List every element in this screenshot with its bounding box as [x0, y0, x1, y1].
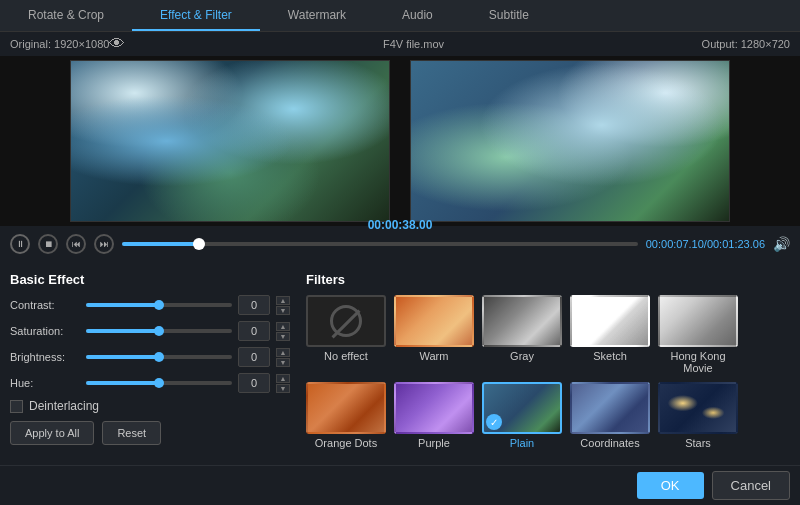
filter-label-hkm: Hong Kong Movie [658, 350, 738, 374]
filter-thumb-gray [482, 295, 562, 347]
hue-down[interactable]: ▼ [276, 384, 290, 393]
deinterlacing-label: Deinterlacing [29, 399, 99, 413]
hue-row: Hue: ▲ ▼ [10, 373, 290, 393]
filter-label-purple: Purple [418, 437, 450, 449]
original-resolution: Original: 1920×1080 [10, 38, 109, 50]
reset-button[interactable]: Reset [102, 421, 161, 445]
progress-bar[interactable] [122, 242, 638, 246]
preview-output [410, 60, 730, 222]
filter-plain[interactable]: ✓ Plain [482, 382, 562, 449]
filter-thumb-no-effect [306, 295, 386, 347]
progress-handle[interactable] [193, 238, 205, 250]
filter-thumb-purple [394, 382, 474, 434]
filter-thumb-warm [394, 295, 474, 347]
filter-gray[interactable]: Gray [482, 295, 562, 374]
filter-label-coordinates: Coordinates [580, 437, 639, 449]
filter-thumb-orange-dots [306, 382, 386, 434]
deinterlacing-checkbox[interactable] [10, 400, 23, 413]
brightness-fill [86, 355, 159, 359]
saturation-slider[interactable] [86, 329, 232, 333]
tab-audio[interactable]: Audio [374, 0, 461, 31]
contrast-value[interactable] [238, 295, 270, 315]
hue-handle[interactable] [154, 378, 164, 388]
brightness-spinners: ▲ ▼ [276, 348, 290, 367]
filters-grid: No effect Warm Gray Sketch [306, 295, 790, 449]
filter-label-orange-dots: Orange Dots [315, 437, 377, 449]
contrast-label: Contrast: [10, 299, 80, 311]
video-top-bar: Original: 1920×1080 👁 F4V file.mov Outpu… [0, 32, 800, 56]
brightness-label: Brightness: [10, 351, 80, 363]
filter-thumb-coordinates [570, 382, 650, 434]
saturation-spinners: ▲ ▼ [276, 322, 290, 341]
brightness-down[interactable]: ▼ [276, 358, 290, 367]
volume-icon[interactable]: 🔊 [773, 236, 790, 252]
filter-hong-kong-movie[interactable]: Hong Kong Movie [658, 295, 738, 374]
contrast-fill [86, 303, 159, 307]
hue-spinners: ▲ ▼ [276, 374, 290, 393]
filters-title: Filters [306, 272, 790, 287]
saturation-value[interactable] [238, 321, 270, 341]
tab-rotate-crop[interactable]: Rotate & Crop [0, 0, 132, 31]
filter-label-no-effect: No effect [324, 350, 368, 362]
main-area: Original: 1920×1080 👁 F4V file.mov Outpu… [0, 32, 800, 505]
filter-sketch[interactable]: Sketch [570, 295, 650, 374]
filter-thumb-hkm [658, 295, 738, 347]
filter-no-effect[interactable]: No effect [306, 295, 386, 374]
filters-panel: Filters No effect Warm Gray [306, 272, 790, 455]
video-previews [0, 56, 800, 226]
bottom-action-bar: OK Cancel [0, 465, 800, 505]
saturation-fill [86, 329, 159, 333]
brightness-up[interactable]: ▲ [276, 348, 290, 357]
tab-effect-filter[interactable]: Effect & Filter [132, 0, 260, 31]
effects-title: Basic Effect [10, 272, 290, 287]
pause-button[interactable]: ⏸ [10, 234, 30, 254]
tab-subtitle[interactable]: Subtitle [461, 0, 557, 31]
stop-button[interactable]: ⏹ [38, 234, 58, 254]
file-name: F4V file.mov [125, 38, 701, 50]
filter-stars[interactable]: Stars [658, 382, 738, 449]
progress-fill [122, 242, 199, 246]
filter-warm[interactable]: Warm [394, 295, 474, 374]
preview-original [70, 60, 390, 222]
filter-purple[interactable]: Purple [394, 382, 474, 449]
brightness-handle[interactable] [154, 352, 164, 362]
bottom-panel: Basic Effect Contrast: ▲ ▼ Saturation: [0, 262, 800, 465]
saturation-down[interactable]: ▼ [276, 332, 290, 341]
contrast-spinners: ▲ ▼ [276, 296, 290, 315]
filter-coordinates[interactable]: Coordinates [570, 382, 650, 449]
contrast-row: Contrast: ▲ ▼ [10, 295, 290, 315]
brightness-row: Brightness: ▲ ▼ [10, 347, 290, 367]
filter-label-gray: Gray [510, 350, 534, 362]
contrast-down[interactable]: ▼ [276, 306, 290, 315]
brightness-value[interactable] [238, 347, 270, 367]
brightness-slider[interactable] [86, 355, 232, 359]
preview-eye-icon[interactable]: 👁 [109, 35, 125, 53]
filter-orange-dots[interactable]: Orange Dots [306, 382, 386, 449]
filter-label-sketch: Sketch [593, 350, 627, 362]
filter-label-stars: Stars [685, 437, 711, 449]
saturation-up[interactable]: ▲ [276, 322, 290, 331]
prev-frame-button[interactable]: ⏮ [66, 234, 86, 254]
hue-slider[interactable] [86, 381, 232, 385]
hue-up[interactable]: ▲ [276, 374, 290, 383]
contrast-slider[interactable] [86, 303, 232, 307]
action-buttons: Apply to All Reset [10, 421, 290, 445]
filter-thumb-sketch [570, 295, 650, 347]
ok-button[interactable]: OK [637, 472, 704, 499]
filter-thumb-plain: ✓ [482, 382, 562, 434]
hue-label: Hue: [10, 377, 80, 389]
saturation-row: Saturation: ▲ ▼ [10, 321, 290, 341]
cancel-button[interactable]: Cancel [712, 471, 790, 500]
time-display: 00:00:07.10/00:01:23.06 [646, 238, 765, 250]
next-frame-button[interactable]: ⏭ [94, 234, 114, 254]
saturation-label: Saturation: [10, 325, 80, 337]
hue-value[interactable] [238, 373, 270, 393]
no-effect-circle [330, 305, 362, 337]
current-time-badge: 00:00:38.00 [368, 218, 433, 232]
saturation-handle[interactable] [154, 326, 164, 336]
output-resolution: Output: 1280×720 [702, 38, 790, 50]
contrast-up[interactable]: ▲ [276, 296, 290, 305]
apply-to-all-button[interactable]: Apply to All [10, 421, 94, 445]
tab-watermark[interactable]: Watermark [260, 0, 374, 31]
contrast-handle[interactable] [154, 300, 164, 310]
